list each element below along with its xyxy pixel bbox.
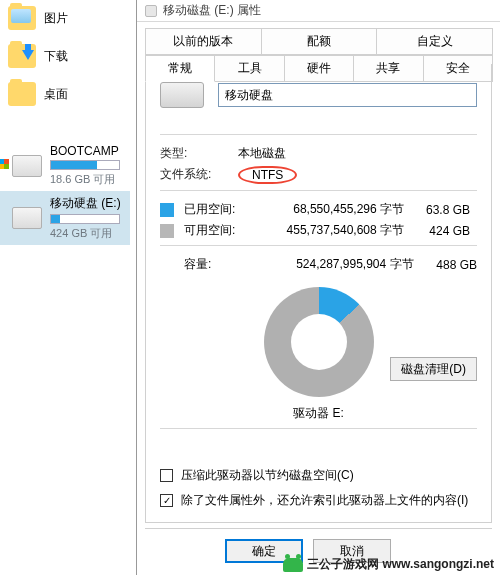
explorer-sidebar: 图片 下载 桌面 BOOTCAMP 18.6 GB 可用 移动硬盘 (E:) 4… (0, 0, 130, 245)
used-swatch (160, 203, 174, 217)
tab-general[interactable]: 常规 (145, 55, 215, 82)
filesystem-label: 文件系统: (160, 166, 220, 184)
free-gb: 424 GB (414, 224, 470, 238)
downloads-folder-icon (8, 44, 36, 68)
capacity-bytes: 524,287,995,904 字节 (270, 256, 413, 273)
free-label: 可用空间: (184, 222, 244, 239)
dialog-titlebar: 移动磁盘 (E:) 属性 (137, 0, 500, 22)
capacity-label: 容量: (184, 256, 260, 273)
used-bytes: 68,550,455,296 字节 (254, 201, 404, 218)
properties-dialog: 移动磁盘 (E:) 属性 以前的版本 配额 自定义 常规 工具 硬件 共享 安全… (136, 0, 500, 575)
used-label: 已用空间: (184, 201, 244, 218)
drive-icon (160, 82, 204, 108)
sidebar-label: 桌面 (44, 86, 68, 103)
tab-panel-general: 类型:本地磁盘 文件系统:NTFS 已用空间: 68,550,455,296 字… (145, 64, 492, 523)
drive-name-input[interactable] (218, 83, 477, 107)
type-value: 本地磁盘 (238, 145, 286, 162)
drive-subtext: 424 GB 可用 (50, 226, 121, 241)
filesystem-value: NTFS (238, 166, 297, 184)
free-swatch (160, 224, 174, 238)
index-checkbox-row[interactable]: 除了文件属性外，还允许索引此驱动器上文件的内容(I) (160, 492, 477, 509)
tab-previous-versions[interactable]: 以前的版本 (145, 28, 262, 55)
sidebar-label: 图片 (44, 10, 68, 27)
drive-subtext: 18.6 GB 可用 (50, 172, 120, 187)
disk-cleanup-button[interactable]: 磁盘清理(D) (390, 357, 477, 381)
sidebar-label: 下载 (44, 48, 68, 65)
drive-icon (145, 5, 157, 17)
drive-name: BOOTCAMP (50, 144, 120, 158)
type-label: 类型: (160, 145, 220, 162)
checkbox-checked-icon (160, 494, 173, 507)
capacity-gb: 488 GB (424, 258, 477, 272)
watermark: 三公子游戏网 www.sangongzi.net (283, 556, 494, 573)
sidebar-folder-downloads[interactable]: 下载 (0, 38, 130, 74)
sidebar-drive-bootcamp[interactable]: BOOTCAMP 18.6 GB 可用 (0, 140, 130, 191)
drive-name: 移动硬盘 (E:) (50, 195, 121, 212)
drive-icon (12, 155, 42, 177)
used-gb: 63.8 GB (414, 203, 470, 217)
sidebar-folder-pictures[interactable]: 图片 (0, 0, 130, 36)
tab-quota[interactable]: 配额 (261, 28, 378, 55)
usage-bar (50, 160, 120, 170)
compress-checkbox-row[interactable]: 压缩此驱动器以节约磁盘空间(C) (160, 467, 477, 484)
android-icon (283, 558, 303, 572)
dialog-title: 移动磁盘 (E:) 属性 (163, 2, 261, 19)
sidebar-folder-desktop[interactable]: 桌面 (0, 76, 130, 112)
checkbox-icon (160, 469, 173, 482)
drive-icon (12, 207, 42, 229)
compress-label: 压缩此驱动器以节约磁盘空间(C) (181, 467, 354, 484)
usage-donut-chart (264, 287, 374, 397)
index-label: 除了文件属性外，还允许索引此驱动器上文件的内容(I) (181, 492, 468, 509)
usage-bar (50, 214, 120, 224)
sidebar-drive-removable[interactable]: 移动硬盘 (E:) 424 GB 可用 (0, 191, 130, 245)
tab-customize[interactable]: 自定义 (376, 28, 493, 55)
pictures-folder-icon (8, 6, 36, 30)
drive-caption: 驱动器 E: (160, 405, 477, 422)
free-bytes: 455,737,540,608 字节 (254, 222, 404, 239)
desktop-folder-icon (8, 82, 36, 106)
